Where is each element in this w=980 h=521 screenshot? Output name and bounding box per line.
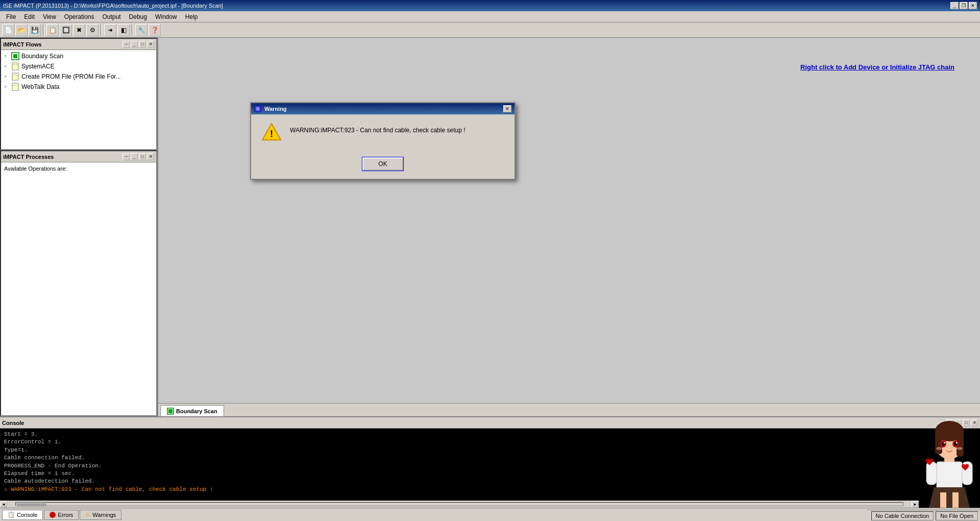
menu-help[interactable]: Help: [181, 12, 202, 21]
processes-panel: iMPACT Processes ↔ _ □ ✕ Available Opera…: [0, 150, 157, 416]
scroll-right-btn[interactable]: ►: [912, 501, 919, 507]
flow-boundary-scan-label: Boundary Scan: [21, 53, 63, 60]
menu-debug[interactable]: Debug: [125, 12, 151, 21]
content-tabs: Boundary Scan: [158, 403, 980, 416]
menu-bar: File Edit View Operations Output Debug W…: [0, 11, 980, 22]
toolbar-help[interactable]: ❓: [149, 24, 161, 36]
warning-dialog: Warning ✕ ! WARNING:iMPACT:923 - Can not…: [250, 102, 516, 180]
right-click-hint: Right click to Add Device or Initialize …: [800, 63, 954, 71]
restore-button[interactable]: ❐: [960, 2, 968, 9]
console-tab-console[interactable]: 📋 Console: [2, 510, 43, 520]
processes-panel-title: iMPACT Processes: [3, 154, 54, 160]
processes-minimize-btn[interactable]: _: [131, 153, 138, 160]
menu-file[interactable]: File: [2, 12, 20, 21]
menu-view[interactable]: View: [39, 12, 60, 21]
svg-rect-17: [952, 492, 959, 508]
toolbar-settings[interactable]: ⚙: [86, 24, 99, 36]
processes-panel-content: Available Operations are:: [1, 162, 156, 415]
svg-point-29: [944, 442, 945, 444]
console-line-3: Type=1.: [4, 446, 976, 454]
menu-edit[interactable]: Edit: [20, 12, 39, 21]
toolbar-separator-3: [132, 25, 133, 35]
svg-point-30: [956, 442, 958, 444]
flows-maximize-btn[interactable]: □: [139, 41, 146, 48]
menu-window[interactable]: Window: [151, 12, 181, 21]
dialog-buttons: OK: [251, 153, 514, 179]
dialog-body: ! WARNING:iMPACT:923 - Can not find cabl…: [251, 114, 514, 153]
console-tab-warnings[interactable]: ⚠ Warnings: [80, 510, 121, 520]
toolbar-open[interactable]: 📂: [15, 24, 28, 36]
console-tab-errors-label: Errors: [58, 512, 73, 518]
toolbar-save[interactable]: 💾: [29, 24, 41, 36]
dialog-close-button[interactable]: ✕: [503, 105, 511, 112]
console-scrollbar[interactable]: ◄ ►: [0, 501, 919, 508]
toolbar: 📄 📂 💾 📋 🔲 ✖ ⚙ ➜ ◧ 🔧 ❓: [0, 22, 980, 38]
svg-rect-1: [13, 54, 17, 58]
flow-create-prom[interactable]: + Create PROM File (PROM File For...: [2, 72, 155, 82]
console-line-2: ErrorControl = 1.: [4, 438, 976, 446]
svg-text:!: !: [270, 129, 273, 139]
svg-rect-4: [12, 73, 18, 80]
console-area: Console ↔ _ □ ✕ Start = 3. ErrorControl …: [0, 416, 980, 521]
console-warning-text: WARNING:iMPACT:923 - Can not find cable,…: [11, 486, 213, 492]
content-area[interactable]: Right click to Add Device or Initialize …: [158, 38, 980, 416]
processes-close-btn[interactable]: ✕: [147, 153, 154, 160]
flow-systemace[interactable]: + SystemACE: [2, 61, 155, 72]
errors-badge: [50, 512, 56, 518]
flows-panel-header: iMPACT Flows ↔ _ □ ✕: [1, 39, 156, 50]
expand-icon-3: +: [4, 74, 10, 79]
flows-panel-content: + Boundary Scan + SystemACE +: [1, 50, 156, 149]
console-tabs: 📋 Console Errors ⚠ Warnings: [0, 508, 980, 521]
toolbar-chip[interactable]: 🔲: [60, 24, 72, 36]
boundary-scan-tab-icon: [167, 408, 174, 415]
scroll-left-btn[interactable]: ◄: [0, 501, 7, 507]
toolbar-copy[interactable]: 📋: [46, 24, 59, 36]
warnings-badge: ⚠: [85, 511, 90, 518]
scrollbar-thumb[interactable]: [16, 503, 46, 507]
svg-point-32: [957, 447, 963, 450]
flows-expand-btn[interactable]: ↔: [122, 41, 130, 48]
menu-operations[interactable]: Operations: [60, 12, 99, 21]
console-line-5: PROGRESS_END - End Operation.: [4, 462, 976, 470]
boundary-scan-tab-label: Boundary Scan: [176, 408, 217, 414]
minimize-button[interactable]: _: [950, 2, 959, 9]
processes-expand-btn[interactable]: ↔: [122, 153, 130, 160]
console-tab-errors[interactable]: Errors: [44, 510, 79, 520]
flow-boundary-scan[interactable]: + Boundary Scan: [2, 51, 155, 61]
flows-panel-title: iMPACT Flows: [3, 41, 42, 48]
flow-create-prom-label: Create PROM File (PROM File For...: [21, 73, 121, 80]
flows-panel-controls: ↔ _ □ ✕: [122, 41, 154, 48]
svg-rect-2: [12, 63, 18, 70]
webtalk-icon: [11, 83, 19, 91]
toolbar-delete[interactable]: ✖: [73, 24, 85, 36]
title-bar-controls: _ ❐ ✕: [950, 2, 977, 9]
console-tab-warnings-label: Warnings: [92, 512, 116, 518]
scrollbar-track[interactable]: [15, 502, 903, 506]
console-line-6: Elapsed time = 1 sec.: [4, 470, 976, 478]
processes-maximize-btn[interactable]: □: [139, 153, 146, 160]
expand-icon: +: [4, 54, 10, 59]
console-line-1: Start = 3.: [4, 431, 976, 438]
svg-rect-6: [12, 83, 18, 90]
dialog-ok-button[interactable]: OK: [362, 157, 403, 171]
flows-close-btn[interactable]: ✕: [147, 41, 154, 48]
boundary-scan-tab[interactable]: Boundary Scan: [160, 405, 224, 416]
toolbar-new[interactable]: 📄: [2, 24, 14, 36]
toolbar-layout[interactable]: ◧: [117, 24, 130, 36]
toolbar-separator-1: [43, 25, 44, 35]
flows-minimize-btn[interactable]: _: [131, 41, 138, 48]
svg-rect-18: [926, 462, 937, 485]
svg-point-31: [936, 447, 942, 450]
toolbar-wrench[interactable]: 🔧: [135, 24, 148, 36]
anime-svg: [919, 416, 980, 508]
console-tab-label: Console: [17, 512, 37, 518]
flow-webtalk[interactable]: + WebTalk Data: [2, 82, 155, 92]
dialog-title-icon: [254, 105, 261, 112]
close-button[interactable]: ✕: [969, 2, 977, 9]
flow-webtalk-label: WebTalk Data: [21, 83, 59, 90]
dialog-message: WARNING:iMPACT:923 - Can not find cable,…: [290, 123, 504, 134]
toolbar-send[interactable]: ➜: [104, 24, 116, 36]
toolbar-separator-2: [101, 25, 102, 35]
dialog-title-text: Warning: [264, 106, 287, 112]
menu-output[interactable]: Output: [99, 12, 125, 21]
